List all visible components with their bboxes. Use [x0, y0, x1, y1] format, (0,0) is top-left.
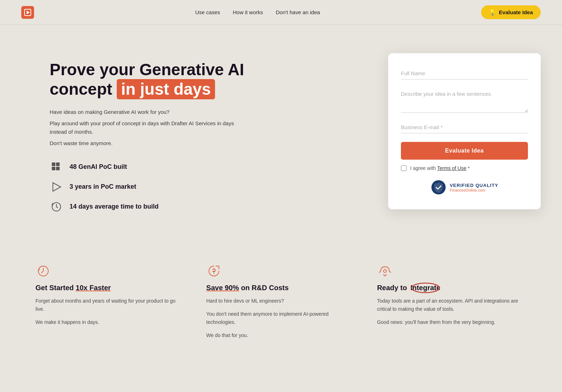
email-input[interactable] [401, 121, 528, 133]
navbar-evaluate-label: Evaluate Idea [499, 9, 533, 15]
feature-savings-desc3: We do that for you. [206, 331, 356, 339]
badge-source: FinancesOnline.com [450, 188, 498, 192]
feature-integrate-title: Ready to Integrate [377, 284, 527, 292]
feature-speed: Get Started 10x Faster Forget about mont… [35, 263, 185, 339]
terms-prefix: I agree with [410, 165, 437, 171]
stats-list: 48 GenAI PoC built 3 years in PoC market [50, 160, 248, 214]
nav-use-cases[interactable]: Use cases [195, 9, 220, 15]
hero-desc3: Don't waste time anymore. [50, 139, 248, 148]
hero-left: Prove your Generative AI concept in just… [50, 53, 248, 214]
svg-rect-5 [56, 167, 60, 170]
feature-savings-title: Save 90% on R&D Costs [206, 284, 356, 292]
feature-integrate-pre: Ready to [377, 284, 409, 292]
stat-days: 14 days average time to build [50, 200, 248, 214]
integrate-icon [377, 263, 393, 279]
grid-icon [50, 160, 63, 174]
full-name-field [401, 67, 528, 79]
stat-years-text: 3 years in PoC market [70, 183, 136, 191]
badge-text: VERIFIED QUALITY FinancesOnline.com [450, 183, 498, 192]
svg-marker-1 [27, 11, 30, 14]
play-icon [50, 180, 63, 194]
hero-section: Prove your Generative AI concept in just… [0, 25, 562, 235]
navbar: Use cases How it works Don't have an ide… [0, 0, 562, 25]
terms-asterisk: * [466, 165, 469, 171]
svg-point-11 [412, 283, 440, 293]
savings-icon [206, 263, 222, 279]
feature-speed-desc1: Forget about months and years of waiting… [35, 297, 185, 313]
form-card: Evaluate Idea I agree with Terms of Use … [388, 53, 541, 209]
full-name-input[interactable] [401, 67, 528, 79]
evaluate-idea-button[interactable]: Evaluate Idea [401, 142, 528, 160]
terms-row: I agree with Terms of Use * [401, 165, 528, 171]
speed-icon [35, 263, 51, 279]
features-section: Get Started 10x Faster Forget about mont… [0, 235, 562, 368]
navbar-evaluate-button[interactable]: 💡 Evaluate Idea [481, 5, 541, 19]
svg-rect-3 [52, 167, 55, 170]
feature-speed-title-highlight: 10x Faster [76, 284, 111, 292]
nav-no-idea[interactable]: Don't have an idea [276, 9, 320, 15]
badge-label: VERIFIED QUALITY [450, 183, 498, 188]
feature-speed-desc2: We make it happens in days. [35, 318, 185, 326]
feature-savings-highlight: Save 90% [206, 284, 239, 292]
hero-desc1: Have ideas on making Generative AI work … [50, 108, 248, 116]
svg-rect-2 [52, 162, 55, 166]
idea-input[interactable] [401, 88, 528, 113]
feature-savings: Save 90% on R&D Costs Hard to hire devs … [206, 263, 356, 339]
logo [21, 6, 34, 19]
svg-point-10 [384, 270, 386, 272]
feature-savings-desc1: Hard to hire devs or ML engineers? [206, 297, 356, 305]
logo-icon [21, 6, 34, 19]
feature-integrate: Ready to Integrate Today tools are a par… [377, 263, 527, 339]
idea-field [401, 88, 528, 113]
stat-genai: 48 GenAI PoC built [50, 160, 248, 174]
stat-days-text: 14 days average time to build [70, 203, 159, 210]
clock-icon [50, 200, 63, 214]
bulb-icon: 💡 [489, 9, 496, 16]
feature-integrate-desc2: Good news: you'll have them from the ver… [377, 318, 527, 326]
email-field [401, 121, 528, 133]
navbar-links: Use cases How it works Don't have an ide… [195, 9, 320, 15]
hero-title-highlight: in just days [117, 79, 215, 99]
hero-right: Evaluate Idea I agree with Terms of Use … [388, 53, 541, 209]
feature-integrate-highlight: Integrate [409, 284, 442, 292]
svg-marker-6 [53, 183, 61, 191]
terms-link[interactable]: Terms of Use [437, 165, 466, 171]
stat-genai-text: 48 GenAI PoC built [70, 163, 127, 171]
hero-desc2: Play around with your proof of concept i… [50, 119, 248, 136]
hero-title: Prove your Generative AI concept in just… [50, 60, 248, 99]
feature-speed-title-pre: Get Started [35, 284, 76, 292]
shield-icon [431, 180, 446, 195]
nav-how-it-works[interactable]: How it works [233, 9, 263, 15]
feature-savings-post: on R&D Costs [239, 284, 289, 292]
svg-rect-4 [56, 162, 60, 166]
feature-savings-desc2: You don't need them anymore to implement… [206, 310, 356, 326]
stat-years: 3 years in PoC market [50, 180, 248, 194]
feature-speed-title: Get Started 10x Faster [35, 284, 185, 292]
verified-badge: VERIFIED QUALITY FinancesOnline.com [401, 180, 528, 195]
terms-text: I agree with Terms of Use * [410, 165, 470, 171]
terms-checkbox[interactable] [401, 165, 407, 171]
feature-integrate-desc1: Today tools are a part of an ecosystem. … [377, 297, 527, 313]
